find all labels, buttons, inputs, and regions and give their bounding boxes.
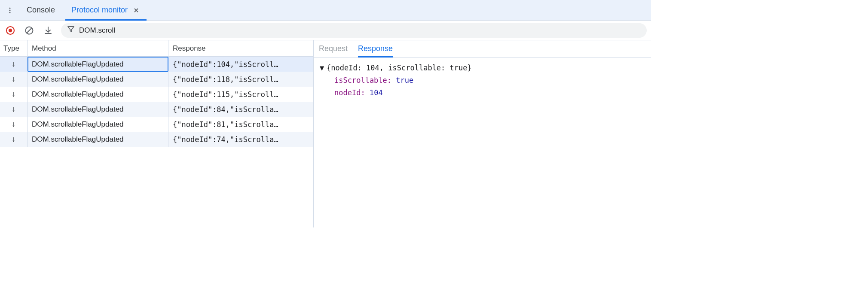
clear-icon[interactable]: [23, 24, 35, 36]
tab-response[interactable]: Response: [358, 40, 393, 58]
cell-method: DOM.scrollableFlagUpdated: [28, 117, 168, 132]
svg-point-2: [9, 12, 10, 13]
tab-console-label: Console: [27, 6, 55, 15]
filter-input-container: [61, 23, 647, 38]
prop-value: 104: [370, 88, 383, 97]
record-icon[interactable]: [4, 24, 16, 36]
cell-response: {"nodeId":81,"isScrolla…: [168, 117, 313, 132]
tab-response-label: Response: [358, 44, 393, 53]
column-header-type[interactable]: Type: [0, 40, 28, 56]
table-row[interactable]: ↓DOM.scrollableFlagUpdated{"nodeId":81,"…: [0, 117, 313, 132]
prop-key: nodeId:: [334, 88, 365, 97]
cell-response: {"nodeId":115,"isScroll…: [168, 87, 313, 102]
cell-method: DOM.scrollableFlagUpdated: [28, 132, 168, 147]
detail-body: ▼ {nodeId: 104, isScrollable: true} isSc…: [314, 58, 651, 227]
devtools-tabbar: Console Protocol monitor: [0, 0, 651, 21]
tree-summary: {nodeId: 104, isScrollable: true}: [327, 62, 472, 74]
arrow-down-icon: ↓: [0, 117, 28, 132]
protocol-toolbar: [0, 21, 651, 40]
download-icon[interactable]: [42, 24, 54, 36]
table-row[interactable]: ↓DOM.scrollableFlagUpdated{"nodeId":84,"…: [0, 102, 313, 117]
arrow-down-icon: ↓: [0, 72, 28, 87]
svg-point-1: [9, 9, 10, 11]
arrow-down-icon: ↓: [0, 87, 28, 102]
cell-response: {"nodeId":84,"isScrolla…: [168, 102, 313, 117]
tab-console[interactable]: Console: [21, 0, 61, 21]
svg-point-0: [9, 7, 10, 9]
cell-response: {"nodeId":118,"isScroll…: [168, 72, 313, 87]
table-body: ↓DOM.scrollableFlagUpdated{"nodeId":104,…: [0, 57, 313, 227]
cell-response: {"nodeId":74,"isScrolla…: [168, 132, 313, 147]
detail-tabs: Request Response: [314, 40, 651, 58]
tab-request[interactable]: Request: [319, 40, 348, 58]
tab-protocol-monitor-label: Protocol monitor: [71, 6, 128, 15]
tab-protocol-monitor[interactable]: Protocol monitor: [65, 0, 147, 21]
cell-method: DOM.scrollableFlagUpdated: [28, 102, 168, 117]
filter-input[interactable]: [79, 26, 641, 35]
tab-request-label: Request: [319, 44, 348, 53]
close-icon[interactable]: [132, 6, 141, 15]
cell-method: DOM.scrollableFlagUpdated: [28, 72, 168, 87]
table-row[interactable]: ↓DOM.scrollableFlagUpdated{"nodeId":115,…: [0, 87, 313, 102]
column-header-response[interactable]: Response: [168, 40, 313, 56]
table-row[interactable]: ↓DOM.scrollableFlagUpdated{"nodeId":104,…: [0, 57, 313, 72]
prop-value: true: [396, 76, 413, 85]
svg-line-8: [27, 28, 32, 33]
message-table: Type Method Response ↓DOM.scrollableFlag…: [0, 40, 314, 227]
table-row[interactable]: ↓DOM.scrollableFlagUpdated{"nodeId":118,…: [0, 72, 313, 87]
table-row[interactable]: ↓DOM.scrollableFlagUpdated{"nodeId":74,"…: [0, 132, 313, 147]
chevron-down-icon[interactable]: ▼: [320, 62, 327, 74]
column-header-method[interactable]: Method: [28, 40, 168, 56]
cell-response: {"nodeId":104,"isScroll…: [168, 57, 313, 72]
tree-prop-isscrollable[interactable]: isScrollable: true: [320, 74, 645, 87]
tree-prop-nodeid[interactable]: nodeId: 104: [320, 87, 645, 99]
arrow-down-icon: ↓: [0, 132, 28, 147]
detail-pane: Request Response ▼ {nodeId: 104, isScrol…: [314, 40, 651, 227]
table-header-row: Type Method Response: [0, 40, 313, 57]
prop-key: isScrollable:: [334, 76, 391, 85]
tree-root[interactable]: ▼ {nodeId: 104, isScrollable: true}: [320, 62, 645, 74]
main-split: Type Method Response ↓DOM.scrollableFlag…: [0, 40, 651, 227]
arrow-down-icon: ↓: [0, 57, 28, 72]
cell-method: DOM.scrollableFlagUpdated: [28, 87, 168, 102]
kebab-menu-icon[interactable]: [3, 4, 16, 17]
svg-point-6: [9, 28, 12, 32]
filter-icon: [67, 25, 75, 35]
cell-method: DOM.scrollableFlagUpdated: [28, 57, 168, 72]
arrow-down-icon: ↓: [0, 102, 28, 117]
